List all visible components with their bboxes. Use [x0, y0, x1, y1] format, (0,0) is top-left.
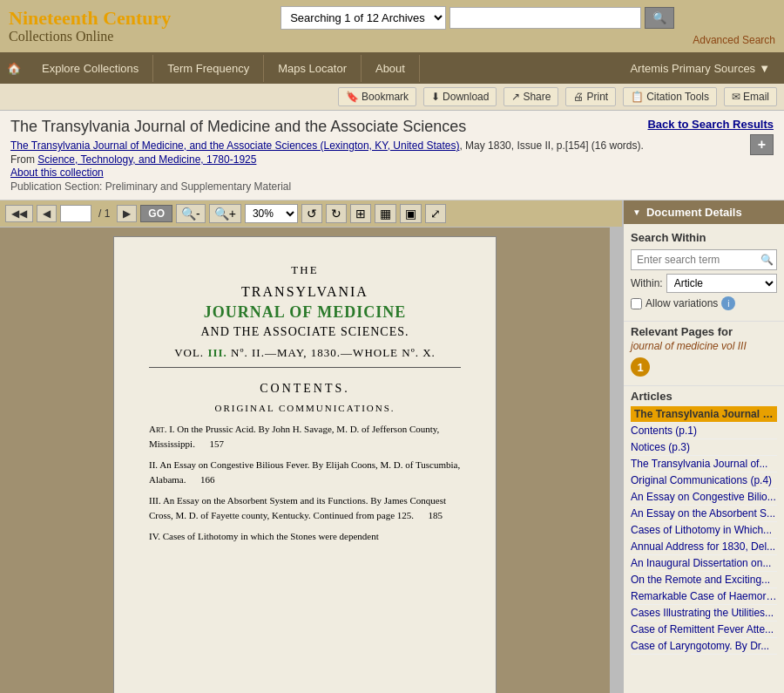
search-input[interactable]	[449, 7, 641, 29]
page-total: / 1	[95, 207, 113, 220]
citation-button[interactable]: 📋 Citation Tools	[623, 87, 717, 106]
journal-link[interactable]: The Transylvania Journal of Medicine, an…	[10, 139, 459, 152]
article-entry-2: II. An Essay on Congestive Bilious Fever…	[149, 458, 461, 486]
go-button[interactable]: GO	[140, 205, 172, 222]
article-link-13[interactable]: Case of Remittent Fever Atte...	[631, 622, 777, 638]
article-link-12[interactable]: Cases Illustrating the Utilities...	[631, 605, 777, 622]
add-button[interactable]: +	[750, 134, 774, 155]
search-area: Searching 1 of 12 Archives 🔍 Advanced Se…	[179, 6, 775, 46]
prev-page-button[interactable]: ◀	[37, 205, 57, 222]
search-within-section: Search Within 🔍 Within: Article Document…	[624, 224, 784, 321]
allow-variations-row: Allow variations i	[631, 296, 777, 310]
article-link-1[interactable]: Contents (p.1)	[631, 423, 777, 439]
page-title-colored: JOURNAL OF MEDICINE	[149, 303, 461, 322]
within-row: Within: Article Document Collection	[631, 274, 777, 293]
logo-title: Nineteenth Century	[9, 8, 171, 29]
nav-about[interactable]: About	[362, 55, 420, 82]
page-badge[interactable]: 1	[631, 357, 650, 377]
email-icon: ✉	[732, 91, 740, 103]
info-icon[interactable]: i	[721, 296, 735, 310]
bookmark-button[interactable]: 🔖 Bookmark	[338, 87, 416, 106]
nav-explore[interactable]: Explore Collections	[28, 55, 153, 82]
doc-details-header[interactable]: ▼ Document Details	[624, 200, 784, 224]
advanced-search-link[interactable]: Advanced Search	[693, 34, 775, 46]
archive-select[interactable]: Searching 1 of 12 Archives	[281, 7, 445, 29]
allow-variations-label: Allow variations	[645, 297, 718, 309]
artemis-label: Artemis Primary Sources	[630, 62, 755, 75]
search-within-input[interactable]	[631, 249, 777, 270]
articles-title: Articles	[631, 390, 777, 403]
page-heading-the: THE	[149, 263, 461, 277]
home-button[interactable]: 🏠	[0, 57, 28, 80]
zoom-out-button[interactable]: 🔍-	[176, 204, 206, 223]
search-button[interactable]: 🔍	[645, 7, 674, 29]
home-icon: 🏠	[7, 62, 21, 75]
page-title-transylvania: TRANSYLVANIA	[149, 284, 461, 300]
email-button[interactable]: ✉ Email	[724, 87, 777, 106]
article-link-8[interactable]: Annual Address for 1830, Del...	[631, 539, 777, 555]
within-label: Within:	[631, 277, 663, 289]
download-button[interactable]: ⬇ Download	[423, 87, 497, 106]
download-icon: ⬇	[431, 91, 440, 103]
relevant-pages-section: Relevant Pages for journal of medicine v…	[624, 321, 784, 385]
document-section: Publication Section: Preliminary and Sup…	[10, 180, 774, 193]
article-link-5[interactable]: An Essay on Congestive Bilio...	[631, 489, 777, 506]
header: Nineteenth Century Collections Online Se…	[0, 0, 784, 52]
article-link-3[interactable]: The Transylvania Journal of...	[631, 456, 777, 472]
share-icon: ↗	[511, 91, 520, 103]
navbar: 🏠 Explore Collections Term Frequency Map…	[0, 52, 784, 84]
page-input[interactable]: 1	[60, 205, 91, 222]
first-page-button[interactable]: ◀◀	[5, 205, 33, 222]
article-link-11[interactable]: Remarkable Case of Haemorr...	[631, 588, 777, 605]
search-within-icon: 🔍	[760, 254, 774, 266]
print-button[interactable]: 🖨 Print	[565, 87, 616, 106]
article-entry-1: Art. I. On the Prussic Acid. By John H. …	[149, 422, 461, 451]
article-link-6[interactable]: An Essay on the Absorbent S...	[631, 506, 777, 522]
artemis-link[interactable]: Artemis Primary Sources ▼	[616, 55, 784, 82]
nav-term-frequency[interactable]: Term Frequency	[153, 55, 264, 82]
fit-page-button[interactable]: ⊞	[350, 204, 371, 223]
doc-details-label: Document Details	[646, 206, 742, 219]
fullscreen-button[interactable]: ⤢	[425, 204, 446, 223]
logo-subtitle: Collections Online	[9, 29, 171, 44]
vertical-scrollbar[interactable]	[610, 228, 622, 693]
article-link-4[interactable]: Original Communications (p.4)	[631, 472, 777, 489]
sidebar: ▼ Document Details Search Within 🔍 Withi…	[623, 200, 784, 693]
viewer-content[interactable]: THE TRANSYLVANIA JOURNAL OF MEDICINE AND…	[0, 228, 610, 693]
article-entry-4: IV. Cases of Lithotomy in which the Ston…	[149, 529, 461, 544]
article-link-9[interactable]: An Inaugural Dissertation on...	[631, 555, 777, 572]
viewer-controls: ◀◀ ◀ 1 / 1 ▶ GO 🔍- 🔍+ 30% 10% 20% 40% 50…	[0, 200, 622, 228]
allow-variations-checkbox[interactable]	[631, 298, 642, 309]
search-within-title: Search Within	[631, 231, 777, 244]
articles-list: The Transylvania Journal o...Contents (p…	[631, 406, 777, 655]
zoom-in-button[interactable]: 🔍+	[209, 204, 241, 223]
bookmark-icon: 🔖	[346, 91, 359, 103]
document-source: From Science, Technology, and Medicine, …	[10, 153, 774, 166]
contents-heading: CONTENTS.	[149, 382, 461, 396]
next-page-button[interactable]: ▶	[117, 205, 137, 222]
nav-maps-locator[interactable]: Maps Locator	[264, 55, 362, 82]
source-link[interactable]: Science, Technology, and Medicine, 1780-…	[37, 153, 256, 166]
main-content: ◀◀ ◀ 1 / 1 ▶ GO 🔍- 🔍+ 30% 10% 20% 40% 50…	[0, 200, 784, 693]
page-subtitle: AND THE ASSOCIATE SCIENCES.	[149, 325, 461, 339]
article-link-0[interactable]: The Transylvania Journal o...	[631, 406, 777, 423]
rotate-left-button[interactable]: ↺	[301, 204, 322, 223]
toolbar: 🔖 Bookmark ⬇ Download ↗ Share 🖨 Print 📋 …	[0, 84, 784, 111]
archive-select-wrapper[interactable]: Searching 1 of 12 Archives	[280, 6, 446, 30]
article-link-10[interactable]: On the Remote and Exciting...	[631, 572, 777, 588]
relevant-pages-query: journal of medicine vol III	[631, 340, 777, 352]
article-entry-3: III. An Essay on the Absorbent System an…	[149, 493, 461, 522]
article-link-2[interactable]: Notices (p.3)	[631, 439, 777, 456]
article-link-7[interactable]: Cases of Lithotomy in Which...	[631, 522, 777, 539]
logo: Nineteenth Century Collections Online	[9, 8, 171, 44]
within-select[interactable]: Article Document Collection	[666, 274, 777, 293]
layout-button[interactable]: ▦	[375, 204, 396, 223]
collection-link[interactable]: About this collection	[10, 166, 104, 179]
document-meta: The Transylvania Journal of Medicine, an…	[10, 139, 774, 152]
rotate-right-button[interactable]: ↻	[326, 204, 347, 223]
back-to-search-link[interactable]: Back to Search Results	[647, 118, 774, 131]
article-link-14[interactable]: Case of Laryngotomy. By Dr...	[631, 638, 777, 655]
zoom-select[interactable]: 30% 10% 20% 40% 50% 75% 100%	[245, 204, 298, 223]
share-button[interactable]: ↗ Share	[504, 87, 558, 106]
view-mode-button[interactable]: ▣	[400, 204, 422, 223]
